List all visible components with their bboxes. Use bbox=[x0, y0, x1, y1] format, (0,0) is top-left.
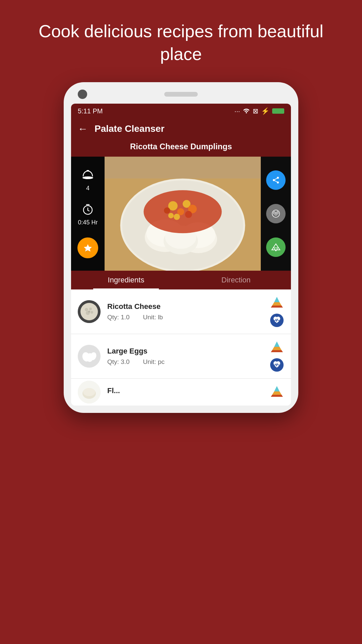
ingredient-name-eggs: Large Eggs bbox=[107, 347, 263, 356]
svg-marker-55 bbox=[272, 347, 282, 350]
muscle-icon-1 bbox=[269, 313, 284, 328]
section-title: Palate Cleanser bbox=[95, 123, 165, 134]
status-icons: ··· ⊠ ⚡ bbox=[234, 107, 284, 115]
share-button[interactable] bbox=[266, 170, 286, 190]
svg-point-24 bbox=[273, 179, 275, 181]
ingredient-details-eggs: Qty: 3.0 Unit: pc bbox=[107, 358, 263, 366]
recipe-content-area: 4 0:45 Hr bbox=[71, 157, 291, 271]
svg-line-26 bbox=[275, 181, 277, 182]
food-pyramid-icon-3 bbox=[269, 385, 284, 399]
status-bar: 5:11 PM ··· ⊠ ⚡ bbox=[71, 104, 291, 118]
svg-point-31 bbox=[274, 212, 275, 214]
ingredient-image-flour bbox=[78, 381, 101, 404]
svg-point-37 bbox=[275, 250, 277, 251]
status-dots: ··· bbox=[234, 107, 240, 115]
svg-point-17 bbox=[164, 208, 170, 214]
nutrition-icons-2 bbox=[269, 340, 284, 372]
ingredient-row: Ricotta Cheese Qty: 1.0 Unit: lb bbox=[71, 289, 291, 334]
svg-line-27 bbox=[275, 178, 277, 180]
unit-label-1: Unit: lb bbox=[143, 314, 163, 321]
svg-point-25 bbox=[277, 181, 279, 183]
svg-rect-22 bbox=[105, 157, 261, 178]
ingredient-row: Fl... bbox=[71, 379, 291, 406]
muscle-icon-2 bbox=[269, 358, 284, 372]
svg-point-43 bbox=[90, 311, 93, 314]
svg-rect-1 bbox=[86, 170, 89, 171]
svg-marker-54 bbox=[274, 341, 280, 347]
ingredient-image-ricotta bbox=[78, 300, 101, 323]
ingredient-info-flour: Fl... bbox=[107, 386, 263, 398]
svg-point-44 bbox=[88, 311, 90, 313]
bolt-icon: ⚡ bbox=[261, 107, 269, 115]
ingredient-name-flour: Fl... bbox=[107, 386, 263, 395]
qty-label-1: Qty: 1.0 bbox=[107, 314, 130, 321]
svg-marker-47 bbox=[272, 302, 282, 306]
recipe-title: Ricotta Cheese Dumplings bbox=[71, 139, 291, 157]
wifi-icon bbox=[243, 107, 250, 115]
nutrition-icons-1 bbox=[269, 296, 284, 328]
time-indicator: 0:45 Hr bbox=[78, 203, 98, 226]
phone-speaker bbox=[164, 92, 198, 97]
ingredient-row: Large Eggs Qty: 3.0 Unit: pc bbox=[71, 334, 291, 379]
phone-frame: 5:11 PM ··· ⊠ ⚡ ← Palate Cleanser Ricott… bbox=[64, 82, 298, 413]
servings-indicator: 4 bbox=[82, 169, 94, 192]
phone-screen: 5:11 PM ··· ⊠ ⚡ ← Palate Cleanser Ricott… bbox=[71, 104, 291, 406]
tagline: Cook delicious recipes from beautiful pl… bbox=[0, 20, 362, 65]
battery-icon bbox=[272, 108, 284, 114]
ingredient-name-ricotta: Ricotta Cheese bbox=[107, 302, 263, 311]
book-button[interactable] bbox=[266, 204, 286, 223]
svg-point-21 bbox=[168, 213, 174, 218]
svg-point-20 bbox=[185, 211, 192, 218]
svg-marker-48 bbox=[271, 306, 283, 308]
svg-marker-33 bbox=[272, 244, 280, 250]
right-action-panel bbox=[261, 157, 291, 271]
svg-point-19 bbox=[174, 214, 180, 220]
nutrition-icons-3 bbox=[269, 385, 284, 399]
top-nav-bar: ← Palate Cleanser bbox=[71, 118, 291, 139]
tab-ingredients[interactable]: Ingredients bbox=[71, 271, 181, 289]
back-button[interactable]: ← bbox=[78, 123, 88, 135]
ingredient-info-ricotta: Ricotta Cheese Qty: 1.0 Unit: lb bbox=[107, 302, 263, 321]
svg-point-40 bbox=[85, 308, 88, 311]
notification-icon: ⊠ bbox=[253, 107, 258, 115]
food-pyramid-icon-1 bbox=[269, 296, 284, 310]
serving-icon bbox=[82, 169, 94, 183]
tab-direction[interactable]: Direction bbox=[181, 271, 291, 289]
unit-label-2: Unit: pc bbox=[143, 358, 165, 366]
svg-marker-3 bbox=[84, 244, 92, 252]
time-value: 0:45 Hr bbox=[78, 219, 98, 226]
svg-point-0 bbox=[82, 176, 93, 179]
servings-value: 4 bbox=[86, 185, 89, 192]
ingredient-details-ricotta: Qty: 1.0 Unit: lb bbox=[107, 314, 263, 321]
svg-marker-63 bbox=[271, 395, 283, 397]
svg-point-23 bbox=[277, 177, 279, 179]
svg-marker-56 bbox=[271, 350, 283, 352]
svg-point-28 bbox=[272, 210, 280, 217]
svg-point-32 bbox=[277, 212, 278, 214]
pyramid-button[interactable] bbox=[266, 237, 286, 257]
ingredient-image-eggs bbox=[78, 345, 101, 368]
svg-marker-62 bbox=[272, 391, 282, 395]
rating-indicator bbox=[77, 237, 98, 258]
ingredient-info-eggs: Large Eggs Qty: 3.0 Unit: pc bbox=[107, 347, 263, 366]
status-time: 5:11 PM bbox=[78, 107, 103, 115]
svg-point-60 bbox=[83, 388, 95, 396]
svg-point-41 bbox=[89, 308, 92, 310]
svg-marker-61 bbox=[274, 386, 280, 391]
qty-label-2: Qty: 3.0 bbox=[107, 358, 130, 366]
svg-marker-46 bbox=[274, 297, 280, 302]
recipe-image bbox=[105, 157, 261, 271]
phone-camera bbox=[78, 90, 87, 99]
rating-button[interactable] bbox=[77, 237, 98, 258]
food-pyramid-icon-2 bbox=[269, 340, 284, 355]
phone-top-bar bbox=[71, 90, 291, 104]
timer-icon bbox=[82, 203, 94, 218]
left-info-panel: 4 0:45 Hr bbox=[71, 157, 105, 271]
tab-bar: Ingredients Direction bbox=[71, 271, 291, 289]
ingredients-list: Ricotta Cheese Qty: 1.0 Unit: lb bbox=[71, 289, 291, 406]
